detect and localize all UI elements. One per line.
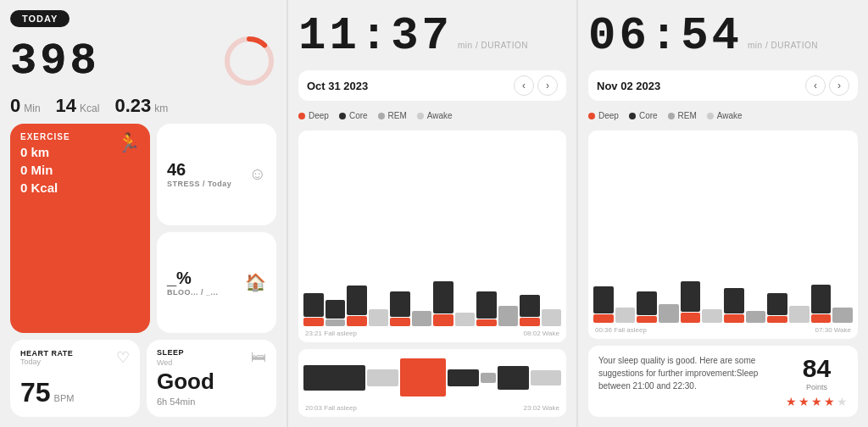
sleep-title: SLEEP — [157, 348, 266, 357]
blood-value: _% — [167, 269, 219, 288]
bottom-cards: HEART RATE Today ♡ 75 BPM SLEEP Wed 🛏 Go… — [10, 340, 276, 417]
mini-cards: 46 STRESS / Today ☺ _% BLOO... / _... 🏠 — [157, 124, 276, 333]
legend-rem: REM — [378, 111, 407, 120]
legend-awake-dot — [417, 113, 424, 119]
main-cards: EXERCISE 🏃 0 km 0 Min 0 Kcal 46 STRESS /… — [10, 124, 276, 333]
legend-deep-dot — [298, 113, 305, 119]
right-min: 54 — [681, 10, 743, 62]
right-legend-awake-label: Awake — [717, 111, 743, 120]
sleep-quality: Good — [157, 369, 266, 395]
mid-duration-header: 11:37 min / DURATION — [298, 10, 566, 62]
steps-row: 398 — [10, 34, 276, 88]
mid-time-end2: 23:02 Wake — [524, 404, 559, 412]
right-nav-buttons: ‹ › — [805, 75, 849, 96]
right-time-end: 07:30 Wake — [815, 326, 851, 334]
quality-score: 84 Points ★ ★ ★ ★ ★ — [786, 354, 848, 408]
right-legend-awake: Awake — [707, 111, 743, 120]
star-5: ★ — [837, 395, 848, 408]
sleep-sub: Wed — [157, 358, 266, 367]
right-legend-rem-dot — [668, 113, 675, 119]
kcal-value: 14 — [56, 95, 76, 117]
right-hour: 06 — [588, 10, 650, 62]
right-legend-deep-label: Deep — [598, 111, 619, 120]
right-chart-bars — [593, 136, 853, 323]
exercise-card[interactable]: EXERCISE 🏃 0 km 0 Min 0 Kcal — [10, 124, 150, 333]
km-unit: km — [154, 103, 168, 114]
right-time-labels: 00:36 Fall asleep 07:30 Wake — [593, 326, 853, 334]
blood-card[interactable]: _% BLOO... / _... 🏠 — [157, 232, 276, 334]
star-3: ★ — [811, 395, 822, 408]
right-panel: 06:54 min / DURATION Nov 02 2023 ‹ › Dee… — [578, 0, 868, 427]
kcal-stat: 14 Kcal — [56, 95, 100, 117]
right-legend-core-label: Core — [639, 111, 658, 120]
legend-deep: Deep — [298, 111, 329, 120]
right-legend-deep: Deep — [588, 111, 619, 120]
mid-duration-time: 11:37 — [298, 10, 453, 62]
right-duration-time: 06:54 — [588, 10, 743, 62]
right-legend-rem-label: REM — [678, 111, 697, 120]
mid-panel: 11:37 min / DURATION Oct 31 2023 ‹ › Dee… — [288, 0, 578, 427]
hr-value: 75 — [20, 377, 51, 408]
legend-rem-label: REM — [388, 111, 407, 120]
legend-core-label: Core — [349, 111, 368, 120]
legend-awake: Awake — [417, 111, 453, 120]
mid-bottom-chart: 20:03 Fall asleep 23:02 Wake — [298, 349, 566, 417]
star-1: ★ — [786, 395, 797, 408]
blood-icon: 🏠 — [245, 272, 266, 292]
right-next-button[interactable]: › — [829, 75, 849, 96]
mid-nav-buttons: ‹ › — [514, 75, 558, 96]
run-icon: 🏃 — [117, 132, 140, 154]
kcal-unit: Kcal — [80, 103, 99, 114]
right-legend-rem: REM — [668, 111, 697, 120]
mid-hour: 11 — [298, 10, 360, 62]
today-badge: TODAY — [10, 10, 70, 27]
legend-rem-dot — [378, 113, 385, 119]
mid-bottom-bars — [303, 354, 561, 401]
right-duration-header: 06:54 min / DURATION — [588, 10, 858, 62]
star-2: ★ — [798, 395, 810, 408]
mid-time-start2: 20:03 Fall asleep — [305, 404, 357, 412]
sleep-duration: 6h 54min — [157, 396, 266, 407]
quality-pts-label: Points — [806, 383, 827, 391]
mid-bottom-time-labels: 20:03 Fall asleep 23:02 Wake — [303, 404, 561, 412]
mid-date-nav: Oct 31 2023 ‹ › — [298, 70, 566, 101]
km-stat: 0.23 km — [114, 95, 168, 117]
sleep-card[interactable]: SLEEP Wed 🛏 Good 6h 54min — [147, 340, 276, 417]
right-legend: Deep Core REM Awake — [588, 108, 858, 124]
right-date-nav: Nov 02 2023 ‹ › — [588, 70, 858, 101]
min-unit: Min — [24, 103, 40, 114]
heart-rate-card[interactable]: HEART RATE Today ♡ 75 BPM — [10, 340, 140, 417]
right-legend-core-dot — [629, 113, 636, 119]
blood-label: BLOO... / _... — [167, 288, 219, 297]
hr-unit: BPM — [54, 393, 75, 403]
right-duration-label: min / DURATION — [748, 41, 818, 50]
legend-core-dot — [339, 113, 346, 119]
stats-row: 0 Min 14 Kcal 0.23 km — [10, 95, 276, 117]
stress-icon: ☺ — [249, 164, 266, 184]
exercise-kcal: 0 Kcal — [20, 180, 140, 195]
hr-title: HEART RATE — [20, 349, 73, 358]
right-legend-awake-dot — [707, 113, 714, 119]
quality-text: Your sleep quality is good. Here are som… — [598, 354, 779, 392]
mid-legend: Deep Core REM Awake — [298, 108, 566, 124]
mid-duration-label: min / DURATION — [458, 41, 528, 50]
quality-points: 84 — [803, 354, 831, 383]
left-panel: TODAY 398 0 Min 14 Kcal 0.23 km EXERCISE… — [0, 0, 288, 427]
star-4: ★ — [824, 395, 835, 408]
exercise-min: 0 Min — [20, 163, 140, 177]
steps-value: 398 — [10, 36, 100, 86]
right-date: Nov 02 2023 — [597, 80, 660, 92]
mid-next-button[interactable]: › — [537, 75, 558, 96]
mid-prev-button[interactable]: ‹ — [514, 75, 534, 96]
heart-icon: ♡ — [116, 348, 130, 367]
right-prev-button[interactable]: ‹ — [805, 75, 826, 96]
legend-core: Core — [339, 111, 368, 120]
stress-value: 46 — [167, 160, 231, 180]
mid-main-chart: 23:21 Fall asleep 08:02 Wake — [298, 130, 566, 342]
right-legend-core: Core — [629, 111, 658, 120]
right-main-chart: 00:36 Fall asleep 07:30 Wake — [588, 130, 858, 339]
legend-deep-label: Deep — [309, 111, 329, 120]
right-legend-deep-dot — [588, 113, 595, 119]
stress-card[interactable]: 46 STRESS / Today ☺ — [157, 124, 276, 225]
mid-date: Oct 31 2023 — [307, 80, 368, 92]
